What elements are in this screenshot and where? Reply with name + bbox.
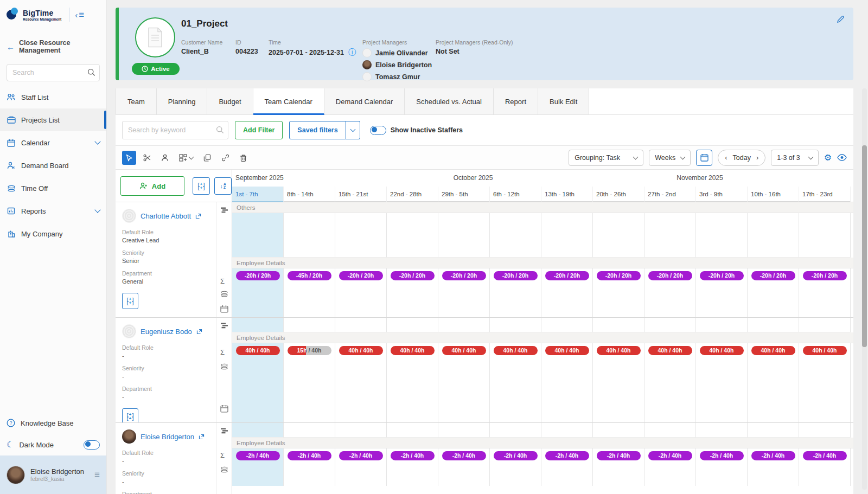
sidebar-item-time-off[interactable]: Time Off (0, 177, 106, 200)
allocation-badge[interactable]: -20h / 20h (391, 271, 435, 280)
allocation-badge[interactable]: 40h / 40h (597, 346, 641, 355)
sort-button[interactable]: ↓AZ (214, 177, 232, 195)
link-button[interactable] (218, 151, 232, 165)
add-filter-button[interactable]: Add Filter (235, 121, 283, 139)
info-icon[interactable]: ⓘ (348, 48, 356, 57)
external-link-icon[interactable] (196, 329, 202, 335)
date-picker-button[interactable] (696, 150, 712, 166)
tab-demand-calendar[interactable]: Demand Calendar (324, 88, 405, 115)
expand-staffer-button[interactable]: [+][+] (122, 408, 138, 422)
external-link-icon[interactable] (199, 434, 205, 440)
allocation-badge[interactable]: -2h / 40h (288, 451, 331, 460)
sum-icon[interactable]: Σ (220, 348, 225, 356)
sum-icon[interactable]: Σ (220, 277, 225, 285)
allocation-badge[interactable]: 40h / 40h (494, 346, 538, 355)
allocation-badge[interactable]: -20h / 20h (803, 271, 847, 280)
zoom-select[interactable]: Weeks (649, 150, 691, 166)
allocation-badge[interactable]: -2h / 40h (236, 451, 280, 460)
user-profile-card[interactable]: Eloise Bridgerton febrel3_kasia ≡ (0, 455, 106, 494)
allocation-badge[interactable]: -2h / 40h (597, 451, 641, 460)
staffer-name-link[interactable]: Eugeniusz Bodo (141, 328, 192, 336)
cut-button[interactable] (140, 151, 154, 165)
sidebar-search-input[interactable] (7, 64, 100, 81)
tab-budget[interactable]: Budget (207, 88, 253, 115)
copy-button[interactable] (200, 151, 214, 165)
tab-team[interactable]: Team (116, 88, 157, 115)
allocation-badge[interactable]: -20h / 20h (648, 271, 692, 280)
pagination-select[interactable]: 1-3 of 3 (771, 150, 818, 166)
allocation-badge[interactable]: 15h / 40h15h / 40h (288, 346, 331, 355)
add-allocation-button[interactable] (176, 151, 196, 165)
time-off-icon[interactable] (220, 291, 228, 297)
user-menu-icon[interactable]: ≡ (94, 470, 100, 480)
allocation-badge[interactable]: -2h / 40h (494, 451, 538, 460)
tab-scheduled-vs-actual[interactable]: Scheduled vs. Actual (405, 88, 494, 115)
tab-planning[interactable]: Planning (157, 88, 208, 115)
saved-filters-dropdown[interactable] (346, 121, 360, 139)
allocation-badge[interactable]: -2h / 40h (391, 451, 435, 460)
sum-icon[interactable]: Σ (220, 451, 225, 459)
gantt-icon[interactable] (220, 322, 228, 329)
sidebar-item-demand-board[interactable]: Demand Board (0, 154, 106, 177)
saved-filters-button[interactable]: Saved filters (289, 121, 360, 139)
allocation-badge[interactable]: -20h / 20h (597, 271, 641, 280)
edit-project-button[interactable] (837, 15, 845, 23)
grouping-select[interactable]: Grouping: Task (569, 150, 643, 166)
close-resource-management-link[interactable]: ← Close Resource Management (0, 27, 106, 54)
gantt-icon[interactable] (220, 427, 228, 434)
allocation-badge[interactable]: 40h / 40h (751, 346, 795, 355)
allocation-badge[interactable]: 40h / 40h (236, 346, 280, 355)
allocation-badge[interactable]: -2h / 40h (751, 451, 795, 460)
allocation-badge[interactable]: -20h / 20h (494, 271, 538, 280)
allocation-badge[interactable]: -20h / 20h (442, 271, 486, 280)
project-status-badge[interactable]: Active (132, 63, 180, 75)
prev-week-button[interactable]: ‹ (725, 153, 727, 162)
allocation-badge[interactable]: -20h / 20h (751, 271, 795, 280)
tab-team-calendar[interactable]: Team Calendar (253, 88, 324, 115)
allocation-badge[interactable]: 40h / 40h (803, 346, 847, 355)
show-inactive-toggle[interactable] (370, 126, 386, 135)
delete-button[interactable] (236, 151, 250, 165)
allocation-badge[interactable]: -20h / 20h (236, 271, 280, 280)
sidebar-item-calendar[interactable]: Calendar (0, 131, 106, 154)
staffer-name-link[interactable]: Eloise Bridgerton (141, 433, 194, 441)
add-staffer-button[interactable]: Add (120, 176, 184, 196)
allocation-badge[interactable]: 40h / 40h (700, 346, 744, 355)
expand-all-button[interactable]: [+][+] (193, 177, 210, 195)
allocation-badge[interactable]: 40h / 40h (442, 346, 486, 355)
expand-staffer-button[interactable]: [+][+] (122, 293, 138, 309)
allocation-badge[interactable]: -20h / 20h (545, 271, 589, 280)
external-link-icon[interactable] (195, 213, 201, 219)
sidebar-item-my-company[interactable]: My Company (0, 222, 106, 245)
collapse-sidebar-icon[interactable]: ‹≡ (75, 10, 84, 20)
visibility-eye-icon[interactable] (837, 154, 847, 161)
allocation-badge[interactable]: -2h / 40h (442, 451, 486, 460)
allocation-badge[interactable]: 40h / 40h (391, 346, 435, 355)
gantt-icon[interactable] (220, 207, 228, 214)
allocation-badge[interactable]: -2h / 40h (700, 451, 744, 460)
tab-bulk-edit[interactable]: Bulk Edit (538, 88, 589, 115)
allocation-badge[interactable]: 40h / 40h (648, 346, 692, 355)
vertical-scrollbar-thumb[interactable] (862, 145, 867, 347)
allocation-badge[interactable]: -2h / 40h (545, 451, 589, 460)
allocation-badge[interactable]: -2h / 40h (339, 451, 383, 460)
staffer-name-link[interactable]: Charlotte Abbott (141, 212, 191, 220)
calendar-icon[interactable] (220, 405, 228, 413)
allocation-badge[interactable]: 40h / 40h (545, 346, 589, 355)
tab-report[interactable]: Report (494, 88, 538, 115)
today-button[interactable]: Today (733, 154, 751, 162)
allocation-badge[interactable]: -45h / 20h (288, 271, 331, 280)
sidebar-item-staff-list[interactable]: Staff List (0, 86, 106, 108)
sidebar-item-projects-list[interactable]: Projects List (0, 108, 106, 131)
sidebar-item-reports[interactable]: Reports (0, 200, 106, 222)
knowledge-base-link[interactable]: ? Knowledge Base (0, 412, 106, 434)
keyword-search-input[interactable] (122, 121, 228, 139)
allocation-badge[interactable]: -20h / 20h (339, 271, 383, 280)
select-tool-button[interactable] (122, 151, 136, 165)
time-off-icon[interactable] (220, 363, 228, 370)
allocation-badge[interactable]: -2h / 40h (648, 451, 692, 460)
calendar-icon[interactable] (220, 305, 228, 313)
allocation-badge[interactable]: 40h / 40h (339, 346, 383, 355)
assign-person-button[interactable] (158, 151, 172, 165)
allocation-badge[interactable]: -20h / 20h (700, 271, 744, 280)
